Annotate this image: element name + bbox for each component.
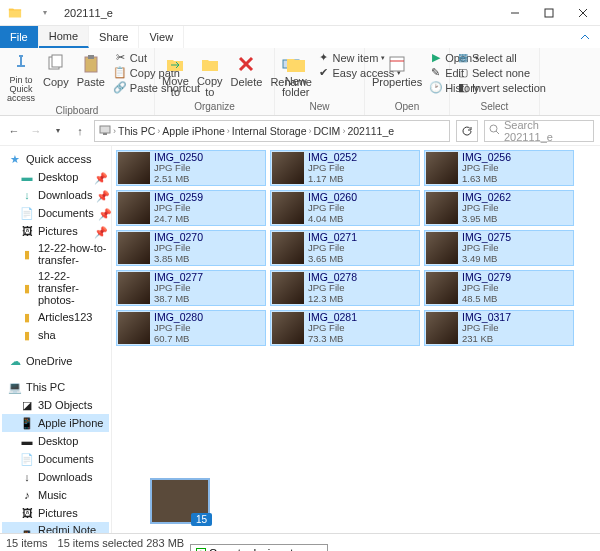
thumbnail	[272, 192, 304, 224]
new-folder-button[interactable]: New folder	[279, 50, 313, 100]
sidebar-item-desktop2[interactable]: ▬Desktop	[2, 432, 109, 450]
thumbnail	[272, 232, 304, 264]
doc-icon: 📄	[20, 452, 34, 466]
properties-button[interactable]: Properties	[369, 50, 425, 90]
sidebar-item-folder2[interactable]: ▮12-22-transfer-photos-	[2, 268, 109, 308]
file-size: 2.51 MB	[154, 174, 203, 184]
sidebar-item-quickaccess[interactable]: ★Quick access	[2, 150, 109, 168]
sidebar-item-sha[interactable]: ▮sha	[2, 326, 109, 344]
newfolder-icon	[284, 52, 308, 76]
sidebar-item-redmi[interactable]: 📱Redmi Note 9S	[2, 522, 109, 533]
sidebar-item-thispc[interactable]: 💻This PC	[2, 378, 109, 396]
file-tile[interactable]: IMG_0256JPG File1.63 MB	[424, 150, 574, 186]
close-button[interactable]	[566, 0, 600, 26]
pin-quickaccess-button[interactable]: Pin to Quick access	[4, 50, 38, 105]
file-tile[interactable]: IMG_0278JPG File12.3 MB	[270, 270, 420, 306]
thumbnail	[118, 312, 150, 344]
sidebar-item-apple-iphone[interactable]: 📱Apple iPhone	[2, 414, 109, 432]
copy-to-button[interactable]: Copy to	[194, 50, 226, 100]
pc-icon: 💻	[8, 380, 22, 394]
download-icon: ↓	[20, 470, 34, 484]
file-tile[interactable]: IMG_0271JPG File3.65 MB	[270, 230, 420, 266]
file-tile[interactable]: IMG_0280JPG File60.7 MB	[116, 310, 266, 346]
sidebar-item-pictures[interactable]: 🖼Pictures📌	[2, 222, 109, 240]
sidebar-item-3d[interactable]: ◪3D Objects	[2, 396, 109, 414]
invert-selection-button[interactable]: ◧Invert selection	[454, 80, 548, 95]
refresh-button[interactable]	[456, 120, 478, 142]
thumbnail	[118, 232, 150, 264]
file-size: 38.7 MB	[154, 294, 203, 304]
file-size: 73.3 MB	[308, 334, 357, 344]
desktop-icon: ▬	[20, 170, 34, 184]
sidebar-item-downloads[interactable]: ↓Downloads📌	[2, 186, 109, 204]
sidebar-item-desktop[interactable]: ▬Desktop📌	[2, 168, 109, 186]
tab-file[interactable]: File	[0, 26, 39, 48]
svg-rect-12	[100, 126, 110, 133]
file-tile[interactable]: IMG_0275JPG File3.49 MB	[424, 230, 574, 266]
delete-button[interactable]: Delete	[228, 50, 266, 90]
file-tile[interactable]: IMG_0260JPG File4.04 MB	[270, 190, 420, 226]
breadcrumb-seg[interactable]: Apple iPhone	[162, 125, 224, 137]
file-tile[interactable]: IMG_0250JPG File2.51 MB	[116, 150, 266, 186]
sidebar-item-pictures2[interactable]: 🖼Pictures	[2, 504, 109, 522]
group-clipboard-label: Clipboard	[4, 105, 150, 116]
file-tile[interactable]: IMG_0252JPG File1.17 MB	[270, 150, 420, 186]
nav-forward-button[interactable]: →	[28, 123, 44, 139]
qat-divider-icon: ▾	[36, 4, 54, 22]
file-tile[interactable]: IMG_0262JPG File3.95 MB	[424, 190, 574, 226]
file-tile[interactable]: IMG_0279JPG File48.5 MB	[424, 270, 574, 306]
folder-icon	[6, 4, 24, 22]
breadcrumb-seg[interactable]: 202111_e	[347, 125, 394, 137]
nav-history-button[interactable]: ▾	[50, 123, 66, 139]
pin-icon: 📌	[94, 226, 104, 236]
tab-share[interactable]: Share	[89, 26, 139, 48]
easyaccess-icon: ✔	[317, 66, 330, 79]
file-tile[interactable]: IMG_0317JPG File231 KB	[424, 310, 574, 346]
copy-button[interactable]: Copy	[40, 50, 72, 90]
sidebar-item-downloads2[interactable]: ↓Downloads	[2, 468, 109, 486]
file-size: 60.7 MB	[154, 334, 203, 344]
thumbnail	[426, 152, 458, 184]
tab-home[interactable]: Home	[39, 26, 89, 48]
breadcrumb-seg[interactable]: Internal Storage	[232, 125, 307, 137]
window-title: 202111_e	[64, 7, 113, 19]
drag-count-badge: 15	[191, 513, 212, 526]
sidebar-item-onedrive[interactable]: ☁OneDrive	[2, 352, 109, 370]
thumbnail	[426, 232, 458, 264]
breadcrumb-seg[interactable]: DCIM	[314, 125, 341, 137]
file-size: 1.17 MB	[308, 174, 357, 184]
pin-icon: 📌	[98, 208, 108, 218]
shortcut-icon: 🔗	[114, 81, 127, 94]
breadcrumb-seg[interactable]: This PC	[118, 125, 155, 137]
ribbon-collapse-button[interactable]	[570, 26, 600, 48]
sidebar-item-documents[interactable]: 📄Documents📌	[2, 204, 109, 222]
selectnone-icon: ▢	[456, 66, 469, 79]
sidebar-item-music[interactable]: ♪Music	[2, 486, 109, 504]
move-to-button[interactable]: Move to	[159, 50, 192, 100]
sidebar-item-articles[interactable]: ▮Articles123	[2, 308, 109, 326]
tab-view[interactable]: View	[139, 26, 184, 48]
file-tile[interactable]: IMG_0277JPG File38.7 MB	[116, 270, 266, 306]
nav-up-button[interactable]: ↑	[72, 123, 88, 139]
search-icon	[489, 124, 500, 137]
file-tile[interactable]: IMG_0259JPG File24.7 MB	[116, 190, 266, 226]
select-none-button[interactable]: ▢Select none	[454, 65, 548, 80]
sidebar-item-folder1[interactable]: ▮12-22-how-to-transfer-	[2, 240, 109, 268]
svg-point-14	[490, 125, 497, 132]
search-input[interactable]: Search 202111_e	[484, 120, 594, 142]
breadcrumb[interactable]: › This PC› Apple iPhone› Internal Storag…	[94, 120, 450, 142]
delete-icon	[234, 52, 258, 76]
paste-button[interactable]: Paste	[74, 50, 108, 90]
file-tile[interactable]: IMG_0270JPG File3.85 MB	[116, 230, 266, 266]
folder-icon: ▮	[20, 247, 34, 261]
maximize-button[interactable]	[532, 0, 566, 26]
status-items: 15 items	[6, 537, 48, 549]
file-tile[interactable]: IMG_0281JPG File73.3 MB	[270, 310, 420, 346]
file-grid[interactable]: IMG_0250JPG File2.51 MBIMG_0252JPG File1…	[112, 146, 600, 533]
sidebar-item-documents2[interactable]: 📄Documents	[2, 450, 109, 468]
nav-back-button[interactable]: ←	[6, 123, 22, 139]
copyto-icon	[198, 52, 222, 76]
thumbnail	[426, 312, 458, 344]
minimize-button[interactable]	[498, 0, 532, 26]
select-all-button[interactable]: ▦Select all	[454, 50, 548, 65]
